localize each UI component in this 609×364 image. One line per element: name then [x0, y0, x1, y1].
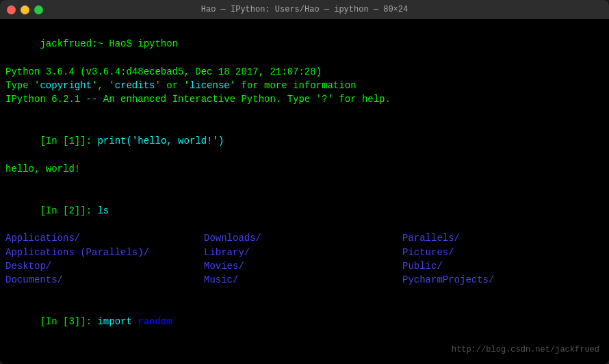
ls-item: Music/ [204, 273, 402, 287]
line-2: Python 3.6.4 (v3.6.4:d48ecebad5, Dec 18 … [5, 65, 604, 79]
output-1: hello, world! [5, 162, 604, 176]
in-bracket-2: [In [2]]: [40, 205, 97, 216]
line-1: jackfrued:~ Hao$ ipython [5, 23, 604, 65]
line-4: IPython 6.2.1 -- An enhanced Interactive… [5, 92, 604, 106]
blank-2 [5, 176, 604, 190]
ls-item: Desktop/ [5, 259, 204, 273]
blank-1 [5, 107, 604, 120]
ls-col-2: Downloads/ Library/ Movies/ Music/ [204, 231, 402, 287]
ls-col-1: Applications/ Applications (Parallels)/ … [5, 231, 204, 287]
in-num-1: [1] [63, 135, 80, 146]
line-in3: [In [3]]: import random [5, 301, 604, 343]
traffic-lights [7, 5, 43, 14]
terminal-body[interactable]: jackfrued:~ Hao$ ipython Python 3.6.4 (v… [0, 19, 609, 364]
in-code-2: ls [97, 205, 109, 216]
ls-item: Applications/ [5, 231, 204, 245]
ls-item: Documents/ [5, 273, 204, 287]
in-bracket-1: [In [40, 135, 63, 146]
cmd-text: ipython [138, 38, 178, 49]
prompt-text: jackfrued:~ Hao$ [40, 38, 138, 49]
blank-3 [5, 287, 604, 301]
ls-item: Parallels/ [402, 231, 539, 245]
line-in1: [In [1]]: print('hello, world!') [5, 120, 604, 162]
terminal-window: Hao — IPython: Users/Hao — ipython — 80×… [0, 0, 609, 364]
ls-output: Applications/ Applications (Parallels)/ … [5, 231, 604, 287]
window-title: Hao — IPython: Users/Hao — ipython — 80×… [201, 5, 408, 14]
in-bracket-3: [In [3]]: [40, 316, 97, 327]
titlebar: Hao — IPython: Users/Hao — ipython — 80×… [0, 0, 609, 19]
ls-item: Movies/ [204, 259, 402, 273]
in-code-3b: random [138, 316, 172, 327]
ls-item: Pictures/ [402, 246, 539, 259]
line-in4: [In [4]]: random.rand [5, 356, 604, 364]
minimize-button[interactable] [21, 5, 29, 14]
ls-item: PycharmProjects/ [402, 273, 539, 287]
line-in2: [In [2]]: ls [5, 190, 604, 232]
line-3: Type 'copyright', 'credits' or 'license'… [5, 79, 604, 92]
in-code-1: print('hello, world!') [97, 135, 224, 146]
ls-item: Applications (Parallels)/ [5, 246, 204, 259]
ls-item: Library/ [204, 246, 402, 259]
in-code-3a: import [97, 316, 138, 327]
ls-item: Public/ [402, 259, 539, 273]
maximize-button[interactable] [34, 5, 43, 14]
ls-col-3: Parallels/ Pictures/ Public/ PycharmProj… [402, 231, 539, 287]
in-colon-1: ]: [80, 135, 97, 146]
watermark: http://blog.csdn.net/jackfrued [452, 344, 599, 356]
ls-item: Downloads/ [204, 231, 402, 245]
close-button[interactable] [7, 5, 16, 14]
